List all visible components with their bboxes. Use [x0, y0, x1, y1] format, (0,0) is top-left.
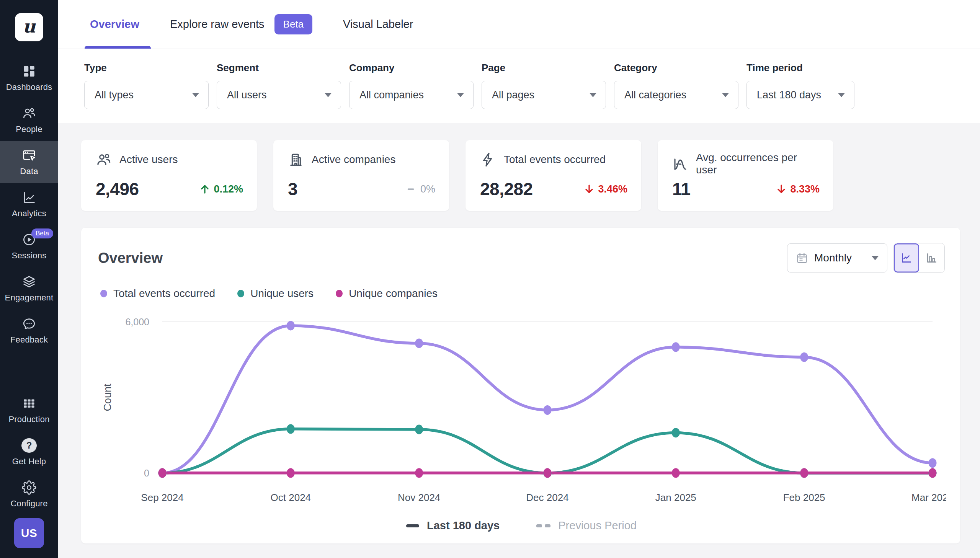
user-avatar[interactable]: US: [14, 518, 44, 548]
legend-label: Total events occurred: [113, 287, 215, 300]
logo-letter: u: [23, 18, 35, 35]
filter-category: Category All categories: [614, 62, 739, 109]
stat-change-flat: 0%: [406, 183, 435, 195]
stat-card-total-events: Total events occurred 28,282 3.46%: [466, 140, 641, 211]
analytics-icon: [21, 190, 37, 205]
legend-dot-teal: [237, 290, 244, 297]
sidebar-item-dashboards[interactable]: Dashboards: [0, 57, 58, 99]
feedback-bubble-icon: [21, 316, 37, 332]
tab-explore-raw-events[interactable]: Explore raw events Beta: [170, 0, 312, 49]
arrow-down-icon: [583, 183, 595, 195]
dashed-line-swatch: [536, 524, 550, 527]
line-chart-toggle[interactable]: [894, 243, 919, 272]
sidebar: u Dashboards People Data: [0, 0, 58, 558]
tab-visual-labeler[interactable]: Visual Labeler: [343, 0, 413, 49]
select-value: All types: [95, 89, 192, 101]
sidebar-nav: Dashboards People Data Analytics: [0, 57, 58, 351]
stat-value: 3: [288, 179, 297, 199]
chart-controls: Monthly: [787, 243, 945, 273]
filter-page: Page All pages: [482, 62, 606, 109]
filter-type: Type All types: [84, 62, 208, 109]
layers-icon: [21, 274, 37, 289]
category-select[interactable]: All categories: [614, 81, 739, 109]
svg-text:Nov 2024: Nov 2024: [398, 492, 440, 503]
stat-value: 28,282: [480, 179, 533, 199]
dashboards-icon: [21, 64, 37, 79]
filter-label: Category: [614, 62, 739, 74]
legend-current-period[interactable]: Last 180 days: [406, 519, 499, 532]
bar-chart-toggle[interactable]: [919, 243, 944, 272]
svg-text:Dec 2024: Dec 2024: [526, 492, 568, 503]
sidebar-item-engagement[interactable]: Engagement: [0, 267, 58, 309]
stat-value: 2,496: [96, 179, 139, 199]
sidebar-item-sessions[interactable]: Beta Sessions: [0, 225, 58, 267]
sidebar-item-label: Production: [8, 415, 49, 424]
sidebar-item-data[interactable]: Data: [0, 141, 58, 183]
sidebar-item-production[interactable]: Production: [0, 389, 58, 431]
production-grid-icon: [21, 396, 37, 411]
stat-title: Active companies: [312, 153, 396, 166]
svg-text:Mar 2025: Mar 2025: [911, 492, 946, 503]
main-content: Overview Explore raw events Beta Visual …: [58, 0, 980, 558]
tab-bar: Overview Explore raw events Beta Visual …: [58, 0, 980, 49]
select-value: All pages: [492, 89, 589, 101]
chart-title: Overview: [98, 250, 163, 266]
select-value: Last 180 days: [757, 89, 838, 101]
granularity-select[interactable]: Monthly: [787, 243, 887, 272]
active-tab-underline: [85, 46, 151, 49]
chevron-down-icon: [722, 93, 729, 97]
sidebar-item-feedback[interactable]: Feedback: [0, 309, 58, 351]
chart-header: Overview Monthly: [98, 243, 945, 273]
legend-label: Unique users: [250, 287, 314, 300]
segment-select[interactable]: All users: [217, 81, 341, 109]
legend-unique-users[interactable]: Unique users: [237, 287, 314, 300]
sidebar-item-get-help[interactable]: ? Get Help: [0, 431, 58, 473]
sessions-beta-badge: Beta: [31, 228, 53, 238]
dash-icon: [406, 183, 417, 195]
legend-label: Last 180 days: [427, 519, 499, 532]
chart-type-toggle: [893, 243, 945, 273]
gear-icon: [21, 480, 37, 495]
time-period-select[interactable]: Last 180 days: [747, 81, 854, 109]
company-select[interactable]: All companies: [349, 81, 474, 109]
filter-bar: Type All types Segment All users Company…: [58, 49, 980, 123]
people-icon: [21, 106, 37, 121]
type-select[interactable]: All types: [84, 81, 208, 109]
chevron-down-icon: [872, 256, 878, 260]
legend-label: Previous Period: [558, 519, 637, 532]
stat-value: 11: [672, 179, 691, 199]
chevron-down-icon: [325, 93, 332, 97]
sidebar-item-label: Configure: [10, 499, 48, 509]
sidebar-item-label: Dashboards: [6, 82, 53, 92]
line-chart[interactable]: 06,000CountSep 2024Oct 2024Nov 2024Dec 2…: [98, 303, 946, 512]
app-window: u Dashboards People Data: [0, 0, 980, 558]
data-icon: [21, 148, 37, 163]
sidebar-item-configure[interactable]: Configure: [0, 473, 58, 515]
help-icon: ?: [21, 438, 37, 453]
page-select[interactable]: All pages: [482, 81, 606, 109]
select-value: All categories: [624, 89, 722, 101]
sidebar-item-label: Sessions: [12, 251, 47, 261]
userpilot-logo[interactable]: u: [15, 13, 43, 41]
legend-unique-companies[interactable]: Unique companies: [336, 287, 438, 300]
sidebar-item-people[interactable]: People: [0, 99, 58, 141]
select-value: All companies: [359, 89, 457, 101]
users-icon: [96, 151, 112, 167]
arrow-up-icon: [199, 183, 210, 195]
bell-curve-icon: [672, 156, 688, 172]
stat-title: Active users: [120, 153, 178, 166]
chevron-down-icon: [457, 93, 464, 97]
stat-card-active-users: Active users 2,496 0.12%: [81, 140, 257, 211]
legend-previous-period[interactable]: Previous Period: [536, 519, 637, 532]
legend-total-events[interactable]: Total events occurred: [100, 287, 215, 300]
svg-text:6,000: 6,000: [125, 317, 149, 327]
sidebar-item-label: Feedback: [10, 335, 48, 345]
chart-plot-area[interactable]: 06,000CountSep 2024Oct 2024Nov 2024Dec 2…: [98, 303, 945, 512]
svg-text:Count: Count: [102, 384, 113, 412]
calendar-icon: [796, 252, 808, 264]
stat-title: Avg. occurrences per user: [696, 151, 819, 176]
sidebar-item-analytics[interactable]: Analytics: [0, 183, 58, 225]
filter-label: Page: [482, 62, 606, 74]
tab-overview[interactable]: Overview: [90, 0, 140, 49]
line-chart-icon: [900, 252, 913, 264]
